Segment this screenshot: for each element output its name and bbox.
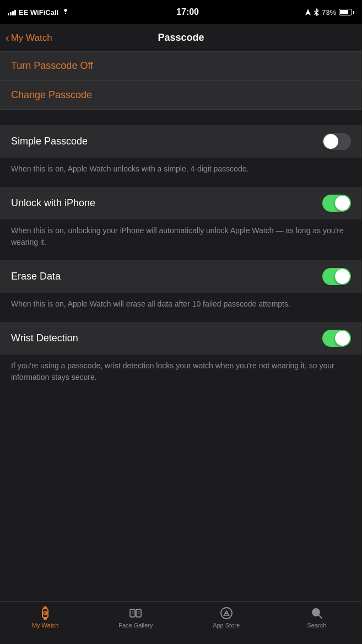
status-time: 17:00 [176, 7, 199, 17]
gap-1b [0, 120, 362, 125]
simple-passcode-toggle[interactable] [322, 133, 351, 150]
unlock-iphone-description: When this is on, unlocking your iPhone w… [0, 219, 362, 256]
wrist-detection-label: Wrist Detection [11, 332, 78, 344]
nav-bar: ‹ My Watch Passcode [0, 24, 362, 52]
tab-search-label: Search [307, 622, 326, 629]
signal-bars [8, 9, 16, 15]
app-store-icon [219, 606, 234, 620]
status-right: 73% [305, 8, 354, 17]
erase-data-desc-text: When this is on, Apple Watch will erase … [11, 298, 351, 310]
wifi-icon [61, 9, 70, 15]
search-icon [310, 606, 324, 620]
gap-1 [0, 110, 362, 120]
tab-my-watch-label: My Watch [32, 622, 59, 629]
nav-back-button[interactable]: ‹ My Watch [6, 33, 52, 44]
battery-percent: 73% [322, 8, 336, 17]
simple-passcode-desc-text: When this is on, Apple Watch unlocks wit… [11, 163, 351, 175]
erase-data-label: Erase Data [11, 271, 61, 282]
erase-data-section: Erase Data [0, 260, 362, 293]
simple-passcode-label: Simple Passcode [11, 136, 88, 147]
face-gallery-icon [128, 606, 143, 620]
unlock-iphone-toggle[interactable] [322, 195, 351, 212]
battery-icon [339, 9, 354, 15]
tab-my-watch[interactable]: My Watch [0, 606, 90, 629]
status-left: EE WiFiCall [8, 8, 70, 17]
change-passcode-label: Change Passcode [11, 89, 92, 101]
simple-passcode-row[interactable]: Simple Passcode [0, 125, 362, 158]
erase-data-toggle[interactable] [322, 268, 351, 285]
erase-data-row[interactable]: Erase Data [0, 260, 362, 293]
svg-rect-2 [44, 607, 47, 609]
wrist-detection-row[interactable]: Wrist Detection [0, 322, 362, 355]
unlock-iphone-label: Unlock with iPhone [11, 197, 95, 209]
location-icon [305, 9, 311, 15]
bluetooth-icon [314, 8, 319, 16]
tab-face-gallery-label: Face Gallery [118, 622, 153, 629]
svg-rect-3 [44, 617, 47, 620]
my-watch-icon [38, 606, 52, 620]
change-passcode-item[interactable]: Change Passcode [0, 80, 362, 109]
turn-passcode-off-item[interactable]: Turn Passcode Off [0, 52, 362, 80]
wrist-detection-description: If you're using a passcode, wrist detect… [0, 355, 362, 391]
gap-2 [0, 183, 362, 187]
tab-search[interactable]: Search [272, 606, 362, 629]
gap-4 [0, 318, 362, 322]
back-label: My Watch [11, 33, 52, 44]
unlock-iphone-row[interactable]: Unlock with iPhone [0, 187, 362, 219]
wrist-detection-toggle[interactable] [322, 330, 351, 347]
svg-marker-0 [305, 9, 311, 15]
top-actions-section: Turn Passcode Off Change Passcode [0, 52, 362, 110]
erase-data-description: When this is on, Apple Watch will erase … [0, 293, 362, 318]
status-bar: EE WiFiCall 17:00 73% [0, 0, 362, 24]
page-title: Passcode [158, 32, 204, 44]
wrist-detection-section: Wrist Detection [0, 322, 362, 355]
tab-app-store-label: App Store [213, 622, 240, 629]
gap-3 [0, 256, 362, 260]
unlock-iphone-section: Unlock with iPhone [0, 187, 362, 219]
tab-app-store[interactable]: App Store [181, 606, 272, 629]
simple-passcode-section: Simple Passcode [0, 125, 362, 158]
wrist-detection-desc-text: If you're using a passcode, wrist detect… [11, 360, 351, 383]
simple-passcode-description: When this is on, Apple Watch unlocks wit… [0, 158, 362, 183]
svg-line-15 [318, 615, 322, 619]
content-area: Turn Passcode Off Change Passcode Simple… [0, 52, 362, 434]
unlock-iphone-desc-text: When this is on, unlocking your iPhone w… [11, 225, 351, 248]
carrier-label: EE WiFiCall [19, 8, 58, 17]
tab-face-gallery[interactable]: Face Gallery [90, 606, 181, 629]
back-chevron-icon: ‹ [6, 32, 9, 43]
turn-passcode-off-label: Turn Passcode Off [11, 60, 93, 72]
tab-bar: My Watch Face Gallery App Store [0, 601, 362, 644]
